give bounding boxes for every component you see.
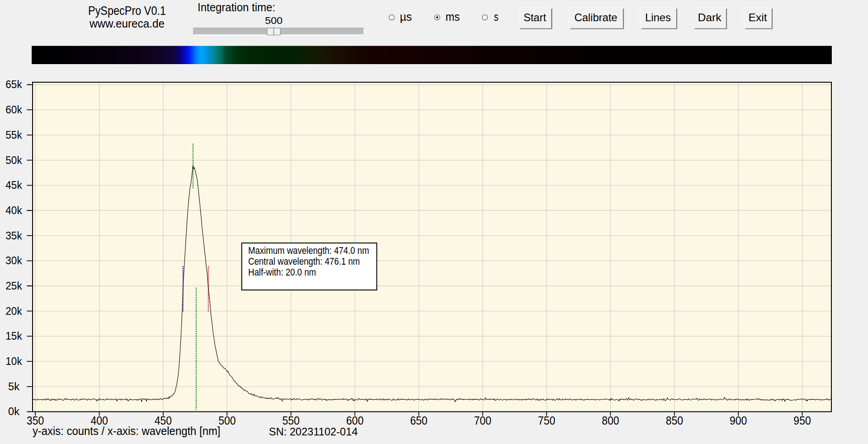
svg-text:850: 850	[666, 414, 683, 427]
svg-text:60k: 60k	[5, 104, 22, 116]
svg-text:Exit: Exit	[749, 11, 767, 23]
svg-text:Integration time:: Integration time:	[198, 0, 275, 14]
svg-text:800: 800	[602, 414, 619, 427]
svg-text:Central wavelength: 476.1 nm: Central wavelength: 476.1 nm	[248, 255, 360, 267]
svg-text:15k: 15k	[5, 330, 22, 342]
svg-text:650: 650	[410, 414, 427, 427]
svg-text:35k: 35k	[5, 230, 22, 242]
svg-text:65k: 65k	[5, 79, 22, 90]
svg-text:45k: 45k	[5, 179, 22, 191]
svg-text:Maximum wavelength: 474.0 nm: Maximum wavelength: 474.0 nm	[248, 244, 369, 256]
svg-text:SN: 20231102-014: SN: 20231102-014	[269, 425, 358, 438]
svg-text:500: 500	[218, 414, 236, 427]
svg-text:Dark: Dark	[698, 11, 722, 23]
svg-text:Calibrate: Calibrate	[575, 11, 618, 23]
svg-text:500: 500	[265, 15, 283, 26]
svg-text:10k: 10k	[5, 355, 22, 367]
svg-text:µs: µs	[400, 10, 412, 23]
svg-text:750: 750	[538, 414, 555, 427]
svg-text:Start: Start	[524, 11, 546, 23]
svg-text:5k: 5k	[8, 381, 19, 393]
svg-text:0k: 0k	[8, 406, 19, 417]
svg-text:40k: 40k	[5, 205, 22, 216]
svg-text:s: s	[494, 10, 499, 23]
svg-text:20k: 20k	[5, 305, 22, 317]
svg-text:25k: 25k	[5, 280, 22, 292]
svg-text:Lines: Lines	[645, 11, 671, 23]
svg-text:PySpecPro V0.1: PySpecPro V0.1	[88, 4, 166, 18]
svg-text:y-axis: counts / x-axis: wavel: y-axis: counts / x-axis: wavelength [nm]	[33, 424, 221, 438]
svg-text:Half-with: 20.0 nm: Half-with: 20.0 nm	[248, 266, 316, 278]
svg-text:30k: 30k	[5, 255, 22, 266]
svg-text:www.eureca.de: www.eureca.de	[89, 17, 165, 30]
svg-text:700: 700	[474, 414, 491, 427]
svg-text:950: 950	[793, 414, 811, 427]
svg-text:55k: 55k	[5, 129, 22, 141]
svg-text:900: 900	[730, 414, 747, 427]
svg-text:50k: 50k	[5, 154, 22, 166]
svg-text:ms: ms	[446, 10, 460, 23]
